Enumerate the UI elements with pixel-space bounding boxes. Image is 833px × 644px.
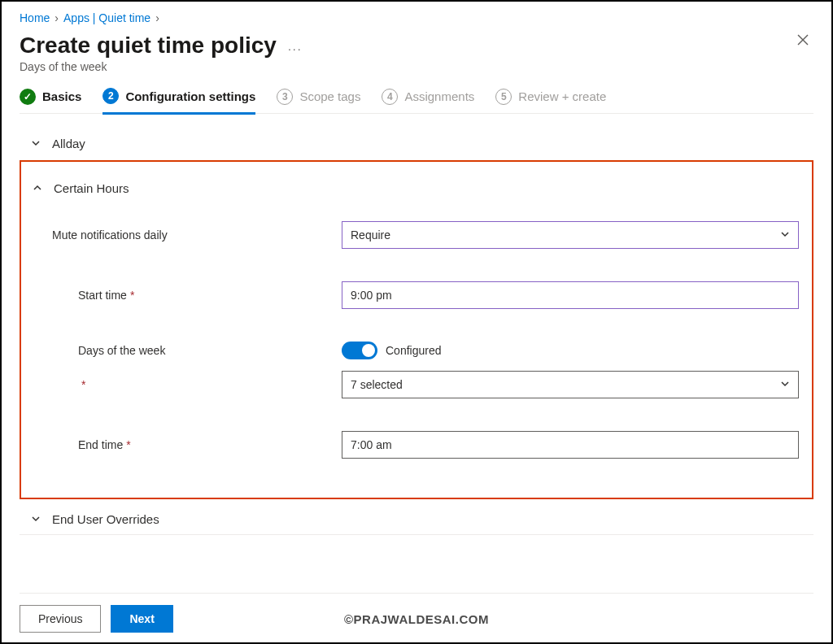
section-title: Certain Hours <box>54 181 129 195</box>
more-button[interactable]: ··· <box>288 42 303 55</box>
step-number: 3 <box>277 89 293 105</box>
step-basics[interactable]: ✓ Basics <box>20 89 81 113</box>
step-config-settings[interactable]: 2 Configuration settings <box>102 88 255 115</box>
page-title: Create quiet time policy <box>20 33 277 59</box>
input-value: 7:00 am <box>351 438 392 451</box>
step-assignments[interactable]: 4 Assignments <box>382 89 474 113</box>
step-label: Configuration settings <box>125 89 255 103</box>
step-number: 2 <box>102 88 119 104</box>
step-label: Scope tags <box>299 89 360 103</box>
breadcrumb: Home › Apps | Quiet time › <box>20 8 813 24</box>
check-icon: ✓ <box>20 89 36 105</box>
section-title: Allday <box>52 137 85 150</box>
previous-button[interactable]: Previous <box>20 605 101 633</box>
chevron-right-icon: › <box>55 11 59 24</box>
days-configured-toggle[interactable] <box>342 342 377 359</box>
breadcrumb-home[interactable]: Home <box>20 11 50 24</box>
select-value: 7 selected <box>351 378 403 391</box>
section-title: End User Overrides <box>52 512 159 526</box>
days-select-label: * <box>33 378 342 391</box>
chevron-right-icon: › <box>155 11 159 24</box>
toggle-label: Configured <box>386 344 442 357</box>
select-value: Require <box>351 228 390 242</box>
days-of-week-label: Days of the week <box>33 344 342 357</box>
end-time-input[interactable]: 7:00 am <box>342 431 799 459</box>
breadcrumb-apps-quiet-time[interactable]: Apps | Quiet time <box>63 11 150 24</box>
section-certain-hours-header[interactable]: Certain Hours <box>33 173 800 203</box>
mute-notifications-label: Mute notifications daily <box>33 228 342 242</box>
page-subtitle: Days of the week <box>20 60 813 73</box>
end-time-label: End time* <box>33 438 342 451</box>
step-number: 5 <box>495 89 512 105</box>
required-indicator: * <box>81 378 85 391</box>
section-end-user-overrides-header[interactable]: End User Overrides <box>20 504 813 535</box>
chevron-down-icon <box>780 378 790 391</box>
wizard-steps: ✓ Basics 2 Configuration settings 3 Scop… <box>20 88 813 114</box>
start-time-input[interactable]: 9:00 pm <box>342 281 799 309</box>
watermark-text: ©PRAJWALDESAI.COM <box>344 612 489 626</box>
next-button[interactable]: Next <box>111 605 172 633</box>
required-indicator: * <box>130 289 134 302</box>
section-allday-header[interactable]: Allday <box>20 128 813 159</box>
mute-notifications-select[interactable]: Require <box>342 221 799 249</box>
required-indicator: * <box>126 438 130 451</box>
step-scope-tags[interactable]: 3 Scope tags <box>277 89 360 113</box>
chevron-down-icon <box>31 137 41 150</box>
section-certain-hours-highlighted: Certain Hours Mute notifications daily R… <box>20 160 813 499</box>
step-label: Assignments <box>404 89 474 103</box>
input-value: 9:00 pm <box>351 289 392 302</box>
close-button[interactable] <box>796 33 810 50</box>
chevron-up-icon <box>33 181 42 195</box>
step-label: Basics <box>42 89 81 103</box>
days-selected-dropdown[interactable]: 7 selected <box>342 371 799 398</box>
chevron-down-icon <box>31 512 41 526</box>
step-label: Review + create <box>518 89 606 103</box>
step-review-create[interactable]: 5 Review + create <box>495 89 606 113</box>
chevron-down-icon <box>780 228 790 242</box>
step-number: 4 <box>382 89 398 105</box>
start-time-label: Start time* <box>33 289 342 302</box>
